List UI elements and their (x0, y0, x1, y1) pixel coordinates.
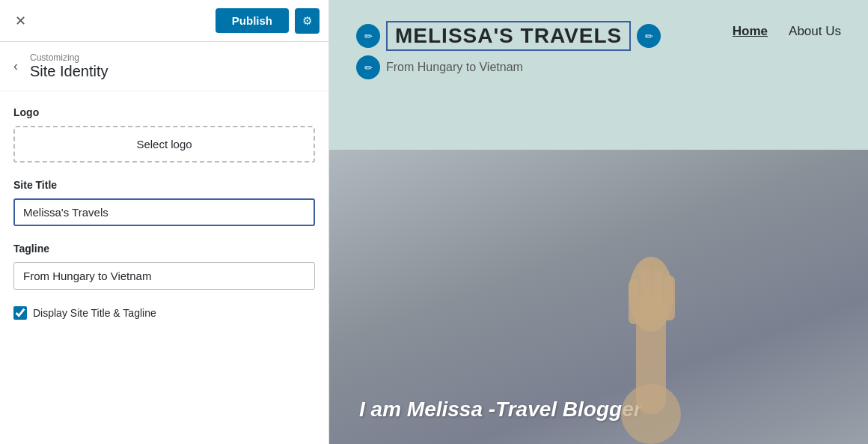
nav-home[interactable]: Home (733, 24, 768, 39)
edit-site-title-icon[interactable]: ✏ (356, 24, 380, 48)
tagline-field-group: Tagline (13, 243, 315, 290)
svg-rect-6 (664, 276, 675, 320)
form-area: Logo Select logo Site Title Tagline Disp… (0, 91, 328, 444)
customizing-label: Customizing (30, 52, 109, 63)
section-header-text: Customizing Site Identity (30, 52, 109, 80)
site-title-label: Site Title (13, 179, 315, 191)
close-button[interactable]: ✕ (9, 11, 32, 31)
section-title: Site Identity (30, 63, 109, 80)
select-logo-button[interactable]: Select logo (13, 126, 315, 162)
svg-rect-5 (652, 270, 663, 321)
edit-site-title-right-icon[interactable]: ✏ (637, 24, 661, 48)
svg-rect-4 (641, 268, 651, 320)
tagline-input[interactable] (13, 262, 315, 290)
tagline-label: Tagline (13, 243, 315, 255)
top-bar: ✕ Publish ⚙ (0, 0, 328, 42)
preview-nav: Home About Us (733, 21, 841, 39)
site-branding: ✏ MELISSA'S TRAVELS ✏ ✏ From Hungary to … (356, 21, 661, 79)
site-title-input[interactable] (13, 198, 315, 226)
back-button[interactable]: ‹ (9, 58, 22, 74)
hero-hand-image (584, 234, 718, 444)
logo-field-group: Logo Select logo (13, 106, 315, 162)
svg-rect-3 (629, 279, 639, 324)
publish-button[interactable]: Publish (216, 8, 289, 33)
left-panel: ✕ Publish ⚙ ‹ Customizing Site Identity … (0, 0, 329, 444)
nav-about[interactable]: About Us (789, 24, 841, 39)
site-title-field-group: Site Title (13, 179, 315, 226)
site-title-preview: MELISSA'S TRAVELS (386, 21, 631, 51)
gear-button[interactable]: ⚙ (295, 8, 320, 34)
logo-label: Logo (13, 106, 315, 118)
tagline-preview: From Hungary to Vietnam (386, 61, 523, 74)
section-header: ‹ Customizing Site Identity (0, 42, 328, 91)
display-tagline-row: Display Site Title & Tagline (13, 306, 315, 320)
tagline-row: ✏ From Hungary to Vietnam (356, 55, 661, 79)
preview-header: ✏ MELISSA'S TRAVELS ✏ ✏ From Hungary to … (329, 0, 868, 150)
site-title-row: ✏ MELISSA'S TRAVELS ✏ (356, 21, 661, 51)
edit-tagline-icon[interactable]: ✏ (356, 55, 380, 79)
display-tagline-checkbox[interactable] (13, 306, 27, 320)
display-tagline-checkbox-label[interactable]: Display Site Title & Tagline (33, 307, 156, 319)
right-panel: ✏ MELISSA'S TRAVELS ✏ ✏ From Hungary to … (329, 0, 868, 444)
preview-hero: I am Melissa -Travel Blogger (329, 150, 868, 444)
